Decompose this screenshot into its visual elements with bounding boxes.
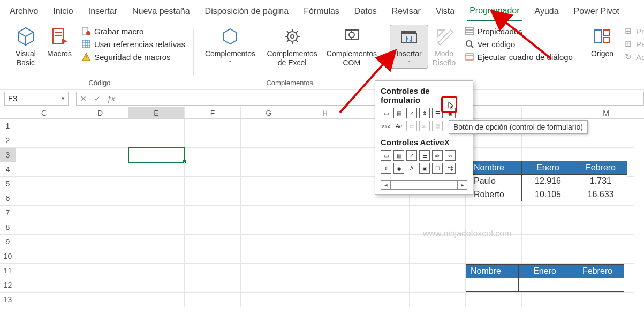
grabar-macro-button[interactable]: Grabar macro bbox=[78, 26, 188, 36]
map-icon: ⊞ bbox=[623, 26, 633, 36]
col-header[interactable]: F bbox=[185, 107, 241, 118]
row-header[interactable]: 11 bbox=[0, 264, 16, 278]
scroll-left-icon[interactable]: ◂ bbox=[381, 181, 391, 189]
form-spinner-icon[interactable]: ⇕ bbox=[419, 108, 430, 118]
tab-insertar[interactable]: Insertar bbox=[86, 4, 119, 20]
data-table-1: Nombre Enero Febrero Paulo 12.916 1.731 … bbox=[469, 161, 627, 201]
table1-header: Nombre bbox=[469, 161, 522, 175]
col-header[interactable]: M bbox=[578, 107, 634, 118]
tab-nueva-pestana[interactable]: Nueva pestaña bbox=[130, 4, 192, 20]
tab-programador[interactable]: Programador bbox=[467, 4, 521, 21]
origen-button[interactable]: Origen bbox=[586, 25, 619, 59]
svg-line-22 bbox=[287, 40, 289, 42]
activex-image-icon[interactable]: ▣ bbox=[419, 163, 430, 174]
col-header[interactable]: D bbox=[72, 107, 128, 118]
popup-scrollbar[interactable]: ◂ ▸ bbox=[381, 180, 467, 190]
ejecutar-dialogo-button[interactable]: Ejecutar cuadro de diálogo bbox=[461, 51, 576, 62]
row-header[interactable]: 13 bbox=[0, 293, 16, 307]
vb-icon bbox=[16, 27, 35, 46]
propiedades-button[interactable]: Propiedades bbox=[461, 26, 576, 36]
addon-hex-icon bbox=[221, 27, 240, 46]
activex-scrollbar-icon[interactable]: ⇔ bbox=[445, 150, 456, 161]
tab-inicio[interactable]: Inicio bbox=[51, 4, 75, 20]
tab-archivo[interactable]: Archivo bbox=[7, 4, 40, 20]
form-groupbox-icon[interactable]: XYZ bbox=[381, 121, 391, 131]
complementos-button[interactable]: Complementos bbox=[198, 25, 262, 69]
activex-checkbox-icon[interactable]: ✓ bbox=[406, 150, 417, 161]
col-header[interactable]: C bbox=[16, 107, 72, 118]
tab-disposicion[interactable]: Disposición de página bbox=[203, 4, 291, 20]
addon-com-icon bbox=[342, 27, 361, 46]
tab-revisar[interactable]: Revisar bbox=[390, 4, 423, 20]
pack-icon: ⊞ bbox=[623, 39, 633, 49]
actualizar-datos-button[interactable]: ↻ Actualizar bbox=[620, 51, 644, 62]
ver-codigo-button[interactable]: Ver código bbox=[461, 39, 576, 49]
col-header[interactable] bbox=[522, 107, 578, 118]
tab-datos[interactable]: Datos bbox=[352, 4, 379, 20]
tab-vista[interactable]: Vista bbox=[434, 4, 457, 20]
row-header[interactable]: 4 bbox=[0, 162, 16, 177]
form-button-icon[interactable]: ▭ bbox=[381, 108, 391, 118]
fx-insert-function-icon[interactable]: ƒx bbox=[104, 92, 118, 105]
fx-enter-icon[interactable]: ✓ bbox=[90, 92, 104, 105]
row-header[interactable]: 7 bbox=[0, 206, 16, 220]
active-cell[interactable] bbox=[128, 148, 185, 162]
paquetes-expansion-button[interactable]: ⊞ Paquetes de bbox=[620, 39, 644, 49]
svg-point-32 bbox=[406, 38, 408, 40]
row-header[interactable]: 6 bbox=[0, 191, 16, 206]
row-header[interactable]: 1 bbox=[0, 119, 16, 133]
visual-basic-button[interactable]: Visual Basic bbox=[10, 25, 42, 69]
activex-label-icon[interactable]: A bbox=[406, 163, 417, 174]
activex-button-icon[interactable]: ▭ bbox=[381, 150, 391, 161]
table1-cell: 12.916 bbox=[522, 175, 574, 188]
activex-listbox-icon[interactable]: ☰ bbox=[419, 150, 430, 161]
activex-toggle-icon[interactable]: ☐ bbox=[432, 163, 443, 174]
form-label-icon[interactable]: Aa bbox=[393, 121, 404, 131]
activex-more-icon[interactable]: †‡ bbox=[445, 163, 456, 174]
row-header[interactable]: 5 bbox=[0, 177, 16, 191]
svg-rect-44 bbox=[603, 30, 610, 35]
seguridad-macros-button[interactable]: ! Seguridad de macros bbox=[78, 51, 188, 62]
table2-cell bbox=[466, 278, 519, 291]
col-header[interactable]: G bbox=[241, 107, 297, 118]
row-header[interactable]: 2 bbox=[0, 133, 16, 148]
form-combo-icon[interactable]: ▤ bbox=[393, 108, 404, 118]
complementos-excel-button[interactable]: Complementos de Excel bbox=[262, 25, 322, 69]
svg-point-39 bbox=[466, 41, 472, 46]
activex-combo-icon[interactable]: ▤ bbox=[393, 150, 404, 161]
form-checkbox-icon[interactable]: ✓ bbox=[406, 108, 417, 118]
grid-icon bbox=[81, 39, 91, 49]
modo-diseno-label: Modo Diseño bbox=[433, 49, 456, 68]
usar-referencias-button[interactable]: Usar referencias relativas bbox=[78, 39, 188, 49]
activex-option-icon[interactable]: ◉ bbox=[393, 163, 404, 174]
row-header[interactable]: 3 bbox=[0, 148, 16, 162]
complementos-com-button[interactable]: Complementos COM bbox=[322, 25, 381, 69]
select-all-corner[interactable] bbox=[0, 107, 16, 118]
svg-rect-36 bbox=[466, 27, 473, 35]
tab-formulas[interactable]: Fórmulas bbox=[301, 4, 342, 20]
svg-point-15 bbox=[291, 35, 294, 38]
row-header[interactable]: 10 bbox=[0, 249, 16, 264]
fx-cancel-icon[interactable]: ✕ bbox=[77, 92, 90, 105]
insertar-controles-button[interactable]: Insertar bbox=[390, 25, 428, 69]
insertar-controles-label: Insertar bbox=[395, 49, 422, 68]
modo-diseno-button[interactable]: Modo Diseño bbox=[428, 25, 460, 69]
tab-powerpivot[interactable]: Power Pivot bbox=[572, 4, 622, 20]
toolbox-icon bbox=[399, 27, 419, 46]
activex-textbox-icon[interactable]: abl bbox=[432, 150, 443, 161]
tab-ayuda[interactable]: Ayuda bbox=[533, 4, 561, 20]
scroll-right-icon[interactable]: ▸ bbox=[457, 181, 467, 189]
activex-spinner-icon[interactable]: ⇕ bbox=[381, 163, 391, 174]
col-header[interactable]: H bbox=[297, 107, 353, 118]
row-header[interactable]: 9 bbox=[0, 235, 16, 249]
col-header[interactable] bbox=[466, 107, 522, 118]
svg-marker-3 bbox=[62, 39, 67, 44]
col-header[interactable]: E bbox=[128, 107, 185, 118]
row-header[interactable]: 12 bbox=[0, 278, 16, 293]
row-header[interactable]: 8 bbox=[0, 220, 16, 235]
popup-title-activex: Controles ActiveX bbox=[381, 138, 467, 147]
name-box[interactable]: E3 ▾ bbox=[4, 92, 69, 106]
macros-button[interactable]: Macros bbox=[42, 25, 77, 59]
propiedades-asignacion-button[interactable]: ⊞ Propiedades bbox=[620, 26, 644, 36]
name-box-dropdown-icon[interactable]: ▾ bbox=[62, 95, 65, 102]
